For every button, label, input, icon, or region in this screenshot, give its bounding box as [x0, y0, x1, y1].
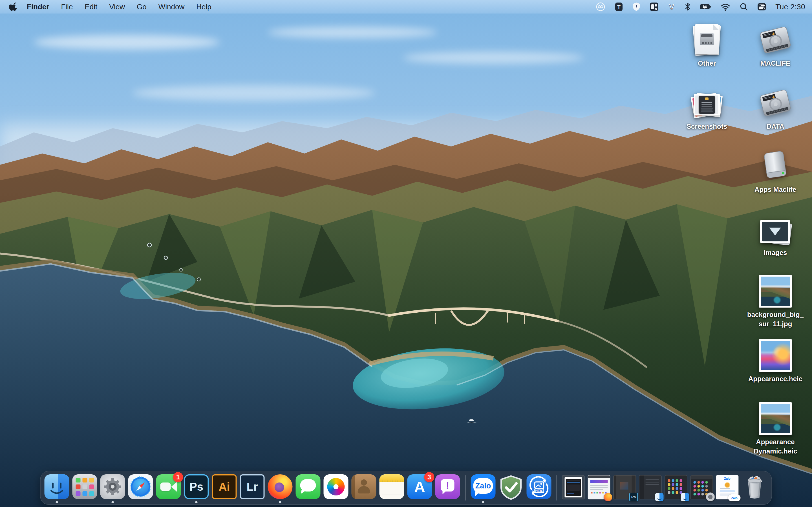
menu-bar-status: T ! V Tue 2:30: [596, 2, 812, 12]
desktop-item-background-jpg[interactable]: background_big_sur_11.jpg: [746, 272, 805, 328]
gear-badge-icon: [706, 492, 715, 501]
menu-go[interactable]: Go: [131, 0, 153, 13]
dock-app-photos[interactable]: [324, 474, 349, 499]
minimized-window-firefox[interactable]: [588, 475, 610, 499]
dock-app-finder[interactable]: [45, 474, 69, 499]
menu-app-name[interactable]: Finder: [21, 0, 55, 13]
image-file-icon: [746, 272, 805, 307]
svg-text:T: T: [617, 4, 621, 10]
menu-bar-left: Finder File Edit View Go Window Help: [0, 0, 217, 13]
window-manager-icon[interactable]: [649, 2, 659, 12]
minimized-window-photoshop[interactable]: Ps: [613, 475, 636, 499]
t-utility-icon[interactable]: T: [614, 2, 623, 12]
dock-app-facetime[interactable]: 1: [156, 474, 181, 499]
apple-menu[interactable]: [5, 2, 21, 11]
contacts-icon: [352, 474, 376, 499]
photoshop-icon: Ps: [184, 474, 209, 499]
launchpad-icon: [72, 474, 97, 499]
menu-window[interactable]: Window: [153, 0, 190, 13]
dock-app-lightroom[interactable]: Lr: [240, 474, 265, 499]
photo-stack-icon: [677, 84, 737, 119]
notes-icon: [379, 474, 404, 499]
menu-bar-clock[interactable]: Tue 2:30: [775, 3, 805, 11]
desktop-item-data[interactable]: DATA: [746, 84, 805, 131]
dock-separator: [465, 475, 466, 501]
external-drive-icon: [746, 147, 805, 182]
desktop-item-appearance-heic[interactable]: Appearance.heic: [746, 336, 805, 383]
safari-icon: [128, 474, 153, 499]
desktop-item-images[interactable]: Images: [746, 210, 805, 257]
minimized-window-finder[interactable]: [639, 475, 662, 499]
svg-text:HEIC: HEIC: [535, 489, 543, 493]
desktop-item-apps-maclife[interactable]: Apps Maclife: [746, 147, 805, 194]
lightroom-icon: Lr: [240, 474, 265, 499]
desktop-item-label: Images: [746, 248, 805, 257]
desktop-item-screenshots[interactable]: Screenshots: [677, 84, 737, 131]
desktop-item-appearance-dynamic-heic[interactable]: Appearance Dynamic.heic: [746, 399, 805, 456]
running-indicator: [195, 501, 198, 503]
dock-app-contacts[interactable]: [352, 474, 376, 499]
dock-app-illustrator[interactable]: Ai: [212, 474, 237, 499]
dock-app-launchpad[interactable]: [72, 474, 97, 499]
exclamation-glyph: !: [441, 479, 455, 492]
v-utility-icon[interactable]: V: [668, 2, 675, 12]
desktop-item-label: background_big_sur_11.jpg: [746, 310, 805, 328]
running-indicator: [482, 501, 485, 503]
desktop-item-maclife[interactable]: MACLIFE: [746, 21, 805, 68]
desktop-item-label: Other: [677, 59, 737, 68]
shield-alert-icon[interactable]: !: [632, 2, 641, 12]
notification-badge: 3: [424, 472, 435, 482]
dock-app-zalo[interactable]: Zalo: [471, 474, 496, 499]
control-center-icon[interactable]: [757, 2, 767, 12]
dock-app-feedback-assistant[interactable]: !: [435, 474, 460, 499]
photoshop-glyph: Ps: [190, 481, 203, 493]
creative-cloud-icon[interactable]: [596, 2, 606, 12]
dock: 1 Ps Ai Lr: [40, 471, 772, 505]
feedback-assistant-icon: !: [435, 474, 460, 499]
internal-drive-icon: [746, 21, 805, 56]
zalo-glyph: Zalo: [473, 478, 493, 494]
trash-full[interactable]: [742, 474, 768, 500]
finder-badge-icon: [681, 493, 689, 501]
dock-app-app-store[interactable]: A 3: [407, 474, 432, 499]
svg-text:V: V: [669, 2, 674, 11]
app-store-glyph: A: [414, 478, 425, 496]
notification-badge: 1: [173, 472, 183, 482]
dock-app-firefox[interactable]: [268, 474, 293, 499]
zalo-badge-icon: Zalo: [728, 494, 741, 501]
battery-charging-icon[interactable]: [700, 2, 712, 12]
finder-badge-icon: [655, 493, 664, 501]
finder-icon: [45, 474, 69, 499]
dock-app-photoshop[interactable]: Ps: [184, 474, 209, 499]
minimized-window-finder-icons[interactable]: [665, 475, 688, 499]
minimized-window-zalo[interactable]: Zalo Zalo: [716, 475, 739, 499]
menu-edit[interactable]: Edit: [79, 0, 103, 13]
dock-app-security-shield[interactable]: [499, 474, 523, 499]
menu-help[interactable]: Help: [190, 0, 217, 13]
zalo-icon: Zalo: [471, 474, 496, 499]
photos-icon: [324, 474, 349, 499]
running-indicator: [112, 501, 114, 503]
wifi-icon[interactable]: [720, 2, 730, 12]
dock-app-system-preferences[interactable]: [100, 474, 125, 499]
desktop-item-label: DATA: [746, 122, 805, 131]
minimized-window-software-update[interactable]: [562, 475, 585, 499]
desktop-item-label: MACLIFE: [746, 59, 805, 68]
firefox-badge-icon: [604, 493, 612, 501]
heic-converter-icon: HEIC: [527, 474, 552, 499]
dock-app-messages[interactable]: [296, 474, 320, 499]
dock-app-notes[interactable]: [379, 474, 404, 499]
dock-app-safari[interactable]: [128, 474, 153, 499]
dock-app-heic-converter[interactable]: HEIC: [527, 474, 552, 499]
image-file-icon: [746, 336, 805, 372]
desktop-item-other[interactable]: Other: [677, 21, 737, 68]
lightroom-glyph: Lr: [247, 481, 258, 493]
spotlight-search-icon[interactable]: [739, 2, 748, 12]
minimized-window-system-preferences[interactable]: [691, 475, 713, 499]
internal-drive-icon: [746, 84, 805, 119]
desktop-item-label: Appearance Dynamic.heic: [746, 437, 805, 456]
bluetooth-icon[interactable]: [684, 2, 691, 12]
menu-file[interactable]: File: [55, 0, 79, 13]
dock-separator: [557, 475, 557, 501]
menu-view[interactable]: View: [103, 0, 131, 13]
